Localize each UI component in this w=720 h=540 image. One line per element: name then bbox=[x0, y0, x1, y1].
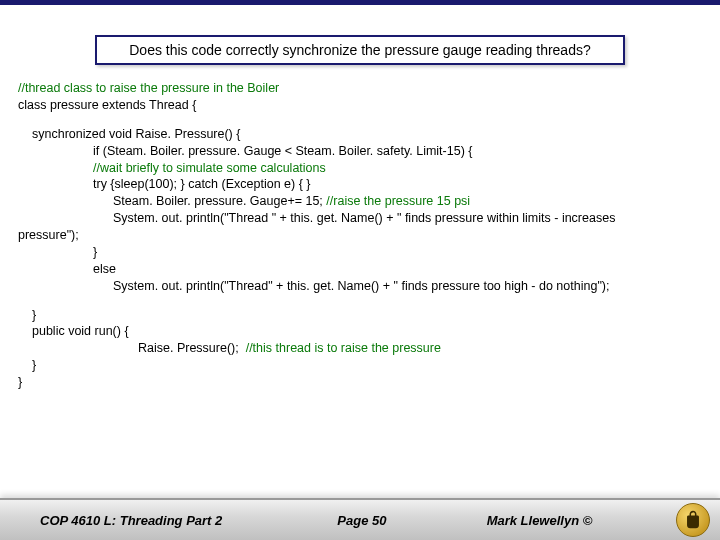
code-line: if (Steam. Boiler. pressure. Gauge < Ste… bbox=[18, 143, 702, 160]
code-line: } bbox=[18, 244, 702, 261]
footer: COP 4610 L: Threading Part 2 Page 50 Mar… bbox=[0, 498, 720, 540]
code-line: Raise. Pressure(); //this thread is to r… bbox=[18, 340, 702, 357]
code-line: System. out. println("Thread" + this. ge… bbox=[18, 278, 702, 295]
code-line: synchronized void Raise. Pressure() { bbox=[18, 126, 702, 143]
code-line: } bbox=[18, 374, 702, 391]
footer-course: COP 4610 L: Threading Part 2 bbox=[0, 513, 267, 528]
code-comment: //thread class to raise the pressure in … bbox=[18, 80, 702, 97]
code-comment: //raise the pressure 15 psi bbox=[326, 194, 470, 208]
code-comment: //this thread is to raise the pressure bbox=[246, 341, 441, 355]
code-line: Steam. Boiler. pressure. Gauge+= 15; //r… bbox=[18, 193, 702, 210]
code-line: } bbox=[18, 307, 702, 324]
code-line: System. out. println("Thread " + this. g… bbox=[18, 210, 702, 227]
code-line: class pressure extends Thread { bbox=[18, 97, 702, 114]
code-line: pressure"); bbox=[18, 227, 702, 244]
code-line: try {sleep(100); } catch (Exception e) {… bbox=[18, 176, 702, 193]
slide-title-box: Does this code correctly synchronize the… bbox=[95, 35, 625, 65]
code-block: //thread class to raise the pressure in … bbox=[0, 80, 720, 391]
footer-author: Mark Llewellyn © bbox=[457, 513, 676, 528]
code-line: public void run() { bbox=[18, 323, 702, 340]
code-comment: //wait briefly to simulate some calculat… bbox=[18, 160, 702, 177]
ucf-logo-icon bbox=[676, 503, 710, 537]
code-line: } bbox=[18, 357, 702, 374]
code-line: else bbox=[18, 261, 702, 278]
footer-page: Page 50 bbox=[267, 513, 456, 528]
slide-title: Does this code correctly synchronize the… bbox=[129, 42, 590, 58]
